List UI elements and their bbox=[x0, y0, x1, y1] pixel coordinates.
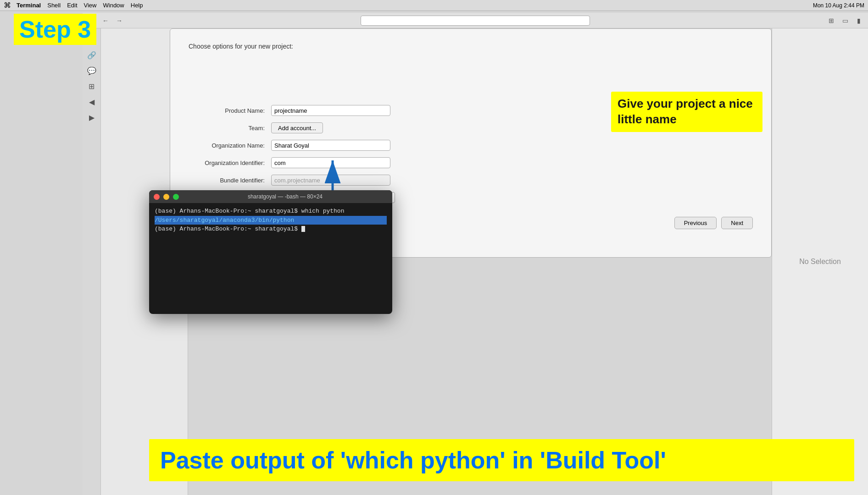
side-icon-link[interactable]: 🔗 bbox=[85, 49, 98, 61]
product-name-label: Product Name: bbox=[189, 107, 271, 114]
terminal-cursor bbox=[301, 226, 305, 232]
menu-view[interactable]: View bbox=[84, 2, 97, 9]
toolbar-back-icon[interactable]: ← bbox=[100, 15, 111, 26]
terminal-title: sharatgoyal — -bash — 80×24 bbox=[183, 193, 388, 200]
annotation-box: Give your project a nice little name bbox=[611, 92, 762, 132]
add-account-button[interactable]: Add account... bbox=[271, 122, 323, 133]
org-name-label: Organization Name: bbox=[189, 142, 271, 149]
step-label: Step 3 bbox=[14, 14, 96, 45]
toolbar-panel-icon[interactable]: ▮ bbox=[853, 15, 864, 26]
side-icon-chat[interactable]: 💬 bbox=[85, 64, 98, 77]
toolbar-forward-icon[interactable]: → bbox=[114, 15, 125, 26]
terminal-body[interactable]: (base) Arhans-MacBook-Pro:~ sharatgoyal$… bbox=[149, 203, 392, 237]
form-row-bundle-id: Bundle Identifier: bbox=[189, 175, 753, 186]
menubar: ⌘ Terminal Shell Edit View Window Help M… bbox=[0, 0, 868, 11]
menu-help[interactable]: Help bbox=[131, 2, 143, 9]
form-row-org-id: Organization Identifier: bbox=[189, 157, 753, 168]
menubar-right: Mon 10 Aug 2:44 PM bbox=[813, 2, 864, 9]
no-selection-panel: No Selection bbox=[772, 28, 868, 495]
menu-edit[interactable]: Edit bbox=[67, 2, 77, 9]
apple-menu[interactable]: ⌘ bbox=[4, 1, 11, 10]
menubar-time: Mon 10 Aug 2:44 PM bbox=[813, 2, 864, 9]
search-bar[interactable] bbox=[361, 16, 590, 26]
side-icon-nav-next[interactable]: ▶ bbox=[85, 111, 98, 124]
no-selection-text: No Selection bbox=[799, 258, 841, 266]
traffic-light-red[interactable] bbox=[154, 194, 160, 200]
previous-button[interactable]: Previous bbox=[674, 217, 717, 229]
side-icon-grid[interactable]: ⊞ bbox=[85, 80, 98, 93]
org-name-input[interactable] bbox=[271, 140, 390, 151]
dialog-title: Choose options for your new project: bbox=[189, 43, 753, 50]
org-id-label: Organization Identifier: bbox=[189, 160, 271, 166]
traffic-light-yellow[interactable] bbox=[163, 194, 169, 200]
menu-window[interactable]: Window bbox=[103, 2, 124, 9]
bundle-id-label: Bundle Identifier: bbox=[189, 177, 271, 184]
menu-shell[interactable]: Shell bbox=[47, 2, 61, 9]
terminal-line-3: (base) Arhans-MacBook-Pro:~ sharatgoyal$ bbox=[155, 225, 387, 234]
side-icon-nav-prev[interactable]: ◀ bbox=[85, 95, 98, 108]
ide-side-icons: ☰ 🔗 💬 ⊞ ◀ ▶ bbox=[83, 28, 101, 495]
traffic-light-green[interactable] bbox=[173, 194, 179, 200]
toolbar-layout-icon[interactable]: ▭ bbox=[840, 15, 851, 26]
terminal-line-1: (base) Arhans-MacBook-Pro:~ sharatgoyal$… bbox=[155, 207, 387, 216]
terminal-titlebar: sharatgoyal — -bash — 80×24 bbox=[149, 190, 392, 203]
next-button[interactable]: Next bbox=[721, 217, 753, 229]
ide-toolbar: + ← → ⊞ ▭ ▮ bbox=[83, 13, 868, 28]
team-label: Team: bbox=[189, 125, 271, 132]
bottom-banner: Paste output of 'which python' in 'Build… bbox=[149, 439, 854, 481]
toolbar-split-icon[interactable]: ⊞ bbox=[826, 15, 837, 26]
terminal-window: sharatgoyal — -bash — 80×24 (base) Arhan… bbox=[149, 190, 392, 314]
terminal-line-2-highlight: /Users/sharatgoyal/anaconda3/bin/python bbox=[155, 216, 387, 225]
product-name-input[interactable] bbox=[271, 105, 390, 116]
form-row-org-name: Organization Name: bbox=[189, 140, 753, 151]
menu-terminal[interactable]: Terminal bbox=[17, 2, 41, 9]
bottom-banner-text: Paste output of 'which python' in 'Build… bbox=[160, 447, 666, 473]
